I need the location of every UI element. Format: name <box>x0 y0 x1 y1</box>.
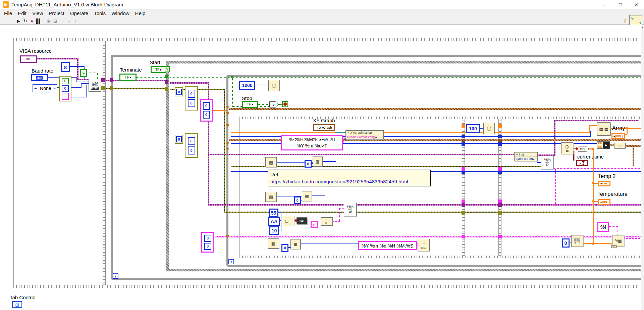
ref-url-link[interactable]: https://zhidao.baidu.com/question/921925… <box>270 179 408 184</box>
cluster-constant[interactable]: 0 0 <box>185 133 198 158</box>
retain-wire-values-button[interactable]: ◪ <box>52 18 59 24</box>
build-array-node[interactable]: ▫‥▫ <box>614 143 626 148</box>
tunnel <box>462 139 465 142</box>
menu-window[interactable]: Window <box>111 10 129 16</box>
time-format-string-constant[interactable]: %Y-%m-%d %H:%M:%S <box>358 241 417 250</box>
build-array-node[interactable]: ▦▦ <box>597 122 610 136</box>
visa-resource-control[interactable]: I/O <box>20 55 37 63</box>
cmd-byte-constant[interactable]: 10 <box>269 226 279 235</box>
visa-wire <box>554 120 555 155</box>
get-date-time-node[interactable]: ◴▦ <box>561 142 573 154</box>
loop-condition-terminal[interactable] <box>282 101 288 107</box>
index-array-node[interactable]: ▦ <box>268 238 279 249</box>
array-cluster-constant[interactable]: 0 0 <box>200 99 213 122</box>
wait-ms-node[interactable]: ◷ <box>268 80 280 91</box>
wait-ms-node[interactable]: ◷ <box>483 123 495 134</box>
menu-help[interactable]: Help <box>135 10 146 16</box>
array-indicator[interactable]: ▸[DBL] <box>611 133 625 139</box>
current-time-indicator[interactable]: ▸ <box>576 160 588 166</box>
run-continuously-button[interactable]: ↻ <box>22 18 29 24</box>
case-selector-tunnel[interactable]: ? <box>165 66 170 72</box>
run-button[interactable]: ▶ <box>15 18 22 24</box>
menu-edit[interactable]: Edit <box>18 10 26 16</box>
start-label: Start <box>150 59 160 65</box>
bool-constant[interactable]: F <box>62 78 69 84</box>
or-node[interactable]: ∨ <box>269 101 278 107</box>
string-constant-empty[interactable] <box>62 93 69 100</box>
context-help-icon[interactable]: ? <box>624 18 627 24</box>
xygraph-property-node[interactable]: ⊸ XYGraph (strict) XScale.FormatString ▸ <box>345 130 384 139</box>
index-array-node[interactable]: ▦ <box>265 157 277 167</box>
xscale-format-string-constant[interactable]: %<%H:%M:%S%#.2u %Y-%m-%d>T <box>281 135 343 150</box>
parity-ring-constant[interactable]: ◂▸ None ▾ <box>33 84 57 92</box>
build-array-node[interactable]: ▤⋮ <box>283 216 294 226</box>
cmd-byte-constant[interactable]: 55 <box>269 209 278 217</box>
stop-control[interactable]: TF▸ <box>242 101 258 108</box>
wait-ms-constant[interactable]: 1000 <box>239 81 255 90</box>
menu-operate[interactable]: Operate <box>70 10 88 16</box>
index-constant[interactable]: 0 <box>281 244 288 252</box>
menu-file[interactable]: File <box>4 10 12 16</box>
scan-from-string-node[interactable]: %▨ DBL <box>612 235 624 247</box>
tab-control-terminal[interactable]: ◫ <box>12 301 22 308</box>
instr-property-node[interactable]: ⊸ Instr Bytes at Port▸ <box>514 152 538 161</box>
bundle-node[interactable]: DBLDBL ▶ <box>597 141 610 149</box>
pause-button[interactable]: ▌▌ <box>35 18 42 24</box>
concat-icon: ▭+▨+ <box>325 219 329 224</box>
array-cluster-constant[interactable]: 0 0 <box>201 232 214 253</box>
vertical-scrollbar[interactable]: ▲ <box>641 25 644 310</box>
index-constant[interactable]: 0 <box>294 196 301 204</box>
scroll-up-arrow-icon: ▲ <box>641 25 644 28</box>
menu-tools[interactable]: Tools <box>94 10 106 16</box>
index-array-node[interactable]: ▦ <box>265 192 277 202</box>
data-bits-constant[interactable]: 8 <box>61 62 70 72</box>
cluster-constant[interactable]: 0 0 <box>185 86 198 110</box>
wire-junction <box>592 242 594 245</box>
xy-graph-reference[interactable]: ↰XYGraph <box>313 124 335 131</box>
number-to-string-node[interactable]: n.nn ⊛→# <box>571 235 583 247</box>
menu-project[interactable]: Project <box>49 10 64 16</box>
terminate-label: Terminate <box>120 67 142 73</box>
cmd-byte-constant[interactable]: AA <box>268 217 280 226</box>
scan-time-node[interactable]: ◔10:01 <box>418 239 430 251</box>
highlight-execution-button[interactable]: ◉ <box>45 18 52 24</box>
temp2-indicator[interactable]: ▸DBL <box>598 181 610 186</box>
temperature-indicator[interactable]: ▸DBL <box>598 199 610 205</box>
index-array-node[interactable]: ▦ <box>302 191 312 201</box>
cluster-zero-constant[interactable]: 0 <box>175 87 183 96</box>
iteration-terminal[interactable]: i <box>228 259 234 264</box>
index-constant[interactable]: 0 <box>305 160 312 168</box>
menu-view[interactable]: View <box>32 10 43 16</box>
visa-read-node[interactable]: VISA abc R <box>541 156 554 169</box>
percent-f-constant[interactable]: %f <box>597 222 609 232</box>
cluster-constant[interactable]: F 0 <box>59 76 71 101</box>
ref-comment[interactable]: Ref: https://zhidao.baidu.com/question/9… <box>268 170 431 186</box>
iteration-terminal[interactable]: i <box>113 273 118 279</box>
close-button[interactable]: ✕ <box>628 0 644 9</box>
index-array-node[interactable]: ▦ <box>290 239 301 249</box>
visa-write-node[interactable]: VISA abc W <box>344 203 357 216</box>
bool-wire <box>258 104 269 105</box>
flow-control-false-constant[interactable]: F <box>80 69 87 77</box>
byte-array-to-string-node[interactable]: [U8] <box>297 217 307 224</box>
step-out-button[interactable]: ↑ <box>72 18 79 24</box>
step-over-button[interactable]: → <box>65 18 72 24</box>
numeric-constant[interactable]: 0 <box>62 85 69 92</box>
abort-button[interactable]: ● <box>29 18 35 24</box>
index-array-node[interactable]: ▦ <box>313 157 323 167</box>
minimize-button[interactable]: – <box>597 0 612 9</box>
step-into-button[interactable]: ↓ <box>59 18 65 24</box>
cluster-zero-constant[interactable]: 0 <box>175 135 183 144</box>
maximize-button[interactable]: □ <box>612 0 628 9</box>
temp2-label: Temp 2 <box>598 173 615 179</box>
terminate-control[interactable]: TF▸ <box>119 74 137 81</box>
concatenate-strings-node[interactable]: ▭+▨+ <box>321 217 333 226</box>
baud-rate-control[interactable]: U32 <box>31 74 48 81</box>
precision-constant[interactable]: 0 <box>562 238 570 248</box>
end-of-line-constant[interactable]: ↵ <box>311 221 318 228</box>
vi-icon[interactable]: ∿1 <box>629 15 642 25</box>
wait-ms-constant[interactable]: 100 <box>466 124 480 133</box>
visa-configure-serial-port-node[interactable]: VISA SERIAL ▮▮▮▮▮ <box>89 79 101 92</box>
tunnel <box>462 135 465 138</box>
start-control[interactable]: TF▸ <box>151 66 166 73</box>
